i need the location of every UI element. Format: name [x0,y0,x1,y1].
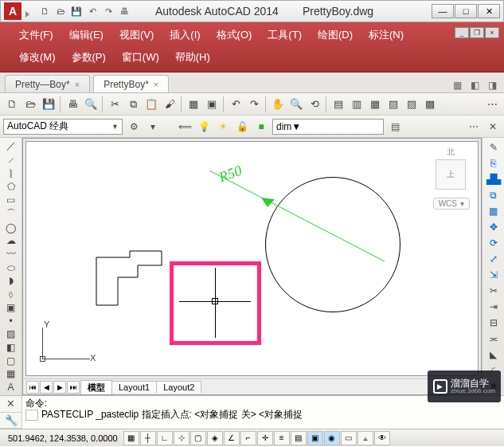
menu-window[interactable]: 窗口(W) [114,48,167,67]
layout-tab-2[interactable]: Layout2 [156,381,201,393]
gradient-icon[interactable]: ◧ [2,341,20,354]
mirror-icon[interactable]: ▟▙ [485,171,502,186]
layout-tab-model[interactable]: 模型 [80,380,112,394]
layer-combo[interactable]: dim ▼ [272,119,384,135]
sb-dyn-icon[interactable]: ✛ [257,431,273,445]
qat-new-icon[interactable]: 🗋 [37,4,52,18]
qat-open-icon[interactable]: 🗁 [53,4,68,18]
tb-match-icon[interactable]: 🖌 [161,96,178,113]
row-close-icon[interactable]: ✕ [485,119,501,135]
sb-annovisible-icon[interactable]: 👁 [374,431,390,445]
sb-lw-icon[interactable]: ≡ [274,431,290,445]
ws-save-icon[interactable]: ▾ [145,119,161,135]
drawing-canvas[interactable]: 北 上 WCS ▾ R50 [25,141,479,376]
sb-qp-icon[interactable]: ▣ [307,431,323,445]
erase-icon[interactable]: ✎ [485,139,502,155]
sb-osnap-icon[interactable]: ▢ [190,431,206,445]
ellipsearc-icon[interactable]: ◗ [2,275,20,288]
region-icon[interactable]: ▢ [2,355,20,367]
tb-pan-icon[interactable]: ✋ [269,96,287,113]
sb-ortho-icon[interactable]: ∟ [157,431,173,445]
menu-file[interactable]: 文件(F) [11,25,61,45]
block-icon[interactable]: ▣ [2,301,20,314]
tab-icon-1[interactable]: ▦ [450,78,464,92]
chamfer-icon[interactable]: ◣ [485,347,502,362]
layer-prev-icon[interactable]: ⟸ [177,119,193,135]
menu-edit[interactable]: 编辑(E) [61,25,111,45]
layout-nav-prev-icon[interactable]: ◀ [40,381,53,394]
tb-xref-icon[interactable]: ▣ [203,96,221,113]
tb-copy-icon[interactable]: ⧉ [124,96,142,113]
maximize-button[interactable]: □ [455,4,477,18]
mdi-minimize[interactable]: _ [455,27,469,38]
tb-markup-icon[interactable]: ▨ [403,96,420,113]
layout-nav-first-icon[interactable]: ⏮ [26,381,39,394]
layer-sun-icon[interactable]: ☀ [215,119,231,135]
tb-orbit-icon[interactable]: ⟲ [306,96,323,113]
menu-view[interactable]: 视图(V) [111,25,162,45]
rotate-icon[interactable]: ⟳ [485,235,502,250]
insert-icon[interactable]: ⎀ [2,288,20,300]
point-icon[interactable]: • [2,315,20,327]
sb-grid-icon[interactable]: ┼ [140,431,156,445]
file-tab-1[interactable]: PrettyBoy* × [93,75,169,92]
sb-3dosnap-icon[interactable]: ◈ [207,431,223,445]
move-icon[interactable]: ✥ [485,219,502,234]
tb-props-icon[interactable]: ▤ [330,96,347,113]
hatch-icon[interactable]: ▨ [2,327,20,340]
scale-icon[interactable]: ⤢ [485,251,502,266]
qat-undo-icon[interactable]: ↶ [85,4,100,18]
layer-bulb-icon[interactable]: 💡 [196,119,212,135]
sb-sc-icon[interactable]: ◉ [324,431,340,445]
table-icon[interactable]: ▦ [2,368,20,381]
extend-icon[interactable]: ⇥ [485,299,502,314]
stretch-icon[interactable]: ⇲ [485,267,502,282]
tb-zoom-icon[interactable]: 🔍 [287,96,305,113]
menu-help[interactable]: 帮助(H) [167,48,218,67]
tb-paste-icon[interactable]: 📋 [143,96,160,113]
tb-cut-icon[interactable]: ✂ [106,96,123,113]
layout-tab-1[interactable]: Layout1 [111,381,157,393]
array-icon[interactable]: ▦ [485,203,502,218]
sb-model-icon[interactable]: ▭ [341,431,357,445]
qat-save-icon[interactable]: 💾 [69,4,84,18]
circle-icon[interactable]: ◯ [2,222,20,234]
tb-print-icon[interactable]: 🖶 [64,96,81,113]
command-close-icon[interactable]: ✕ [0,396,21,413]
revcloud-icon[interactable]: ☁ [2,235,20,248]
qat-redo-icon[interactable]: ↷ [101,4,115,18]
ws-gear-icon[interactable]: ⚙ [126,119,142,135]
xline-icon[interactable]: ⟋ [2,154,20,167]
tb-sheetset-icon[interactable]: ▧ [385,96,402,113]
menu-modify[interactable]: 修改(M) [11,48,64,67]
layout-nav-next-icon[interactable]: ▶ [53,381,66,394]
line-icon[interactable]: ／ [2,139,20,153]
file-tab-1-close-icon[interactable]: × [154,80,158,89]
tb-open-icon[interactable]: 🗁 [21,96,39,113]
copy-icon[interactable]: ⎘ [485,155,502,171]
qat-print-icon[interactable]: 🖶 [117,4,131,18]
sb-polar-icon[interactable]: ⊹ [174,431,189,445]
tb-palette-icon[interactable]: ▦ [366,96,384,113]
file-tab-0-close-icon[interactable]: × [75,80,80,89]
tb-save-icon[interactable]: 💾 [40,96,57,113]
mdi-close[interactable]: × [485,27,499,38]
menu-dimension[interactable]: 标注(N) [361,25,412,45]
layer-states-icon[interactable]: ▤ [387,119,403,135]
workspace-combo[interactable]: AutoCAD 经典 ▼ [3,119,123,135]
row-extra-icon[interactable]: ⋯ [466,119,482,135]
polyline-icon[interactable]: ⦚ [2,167,20,180]
menu-tools[interactable]: 工具(T) [260,25,310,45]
menu-draw[interactable]: 绘图(D) [310,25,361,45]
command-options-icon[interactable]: 🔧 [0,413,21,429]
layer-color-icon[interactable]: ■ [253,119,269,135]
offset-icon[interactable]: ⧉ [485,187,502,202]
layout-nav-last-icon[interactable]: ⏭ [67,381,80,394]
sb-annoscale-icon[interactable]: ⟁ [357,431,373,445]
menu-parametric[interactable]: 参数(P) [64,48,114,67]
menu-format[interactable]: 格式(O) [209,25,260,45]
menu-insert[interactable]: 插入(I) [162,25,208,45]
app-logo[interactable]: A [4,2,21,20]
sb-ducs-icon[interactable]: ⌐ [240,431,256,445]
join-icon[interactable]: ⫘ [485,331,502,346]
